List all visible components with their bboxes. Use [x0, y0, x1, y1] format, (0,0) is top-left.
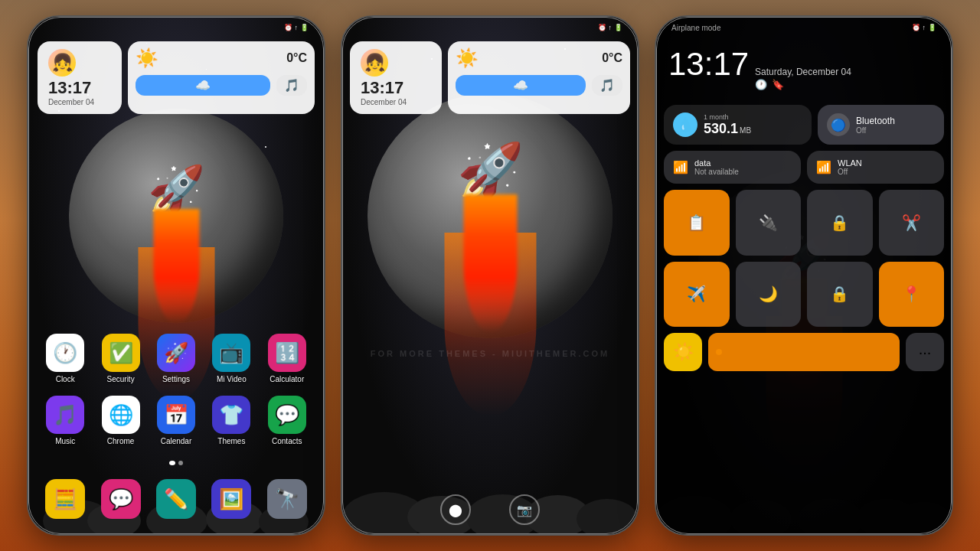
camera-icon: 📷	[517, 503, 532, 517]
contacts-icon: 💬	[268, 396, 306, 434]
phone2-widget-weather[interactable]: ☀️ 0°C ☁️ 🎵	[448, 41, 630, 114]
dock-notes[interactable]: ✏️	[156, 479, 196, 519]
page-indicator	[169, 461, 183, 465]
bluetooth-tile[interactable]: 🔵 Bluetooth Off	[818, 105, 944, 145]
notif-date-display: Saturday, December 04	[755, 67, 851, 77]
themes-icon: 👕	[212, 396, 250, 434]
dock-gallery[interactable]: 🖼️	[211, 479, 251, 519]
toggle-screen-btn[interactable]: 📋	[664, 190, 730, 256]
widget-time: 13:17	[48, 80, 91, 96]
calendar-icon: 📅	[157, 396, 195, 434]
nav-back-btn[interactable]: ⬤	[440, 494, 471, 525]
security-label: Security	[107, 375, 135, 383]
bluetooth-info: Bluetooth Off	[856, 116, 895, 135]
security-icon: ✅	[102, 334, 140, 372]
circle-icon: ⬤	[449, 503, 462, 517]
toggle-airplane-btn[interactable]: ✈️	[664, 262, 730, 328]
weather-bottom: ☁️ 🎵	[136, 75, 307, 96]
brightness-dot	[716, 349, 722, 355]
phone-1: 🚀 ⏰ ↑ 🔋 👧 13:1	[27, 15, 325, 536]
data-value: 530.1	[704, 121, 738, 137]
mobile-data-tile[interactable]: 📶 data Not available	[664, 151, 801, 184]
phone-2: 🚀 ⏰ ↑ 🔋 👧 13:1	[341, 15, 639, 536]
data-unit: MB	[740, 126, 751, 135]
toggle-lock-btn[interactable]: 🔒	[807, 190, 873, 256]
mobile-data-label: data	[694, 158, 739, 168]
phone2-cloud-btn[interactable]: ☁️	[456, 75, 586, 96]
toggle-location-btn[interactable]: 📍	[879, 262, 945, 328]
dock-calculator[interactable]: 🧮	[45, 479, 85, 519]
app-clock[interactable]: 🕐 Clock	[42, 334, 88, 383]
toggle-moon-btn[interactable]: 🌙	[736, 262, 802, 328]
brightness-slider-container[interactable]	[708, 333, 900, 371]
phone3-alarm-icon: ⏰	[912, 24, 920, 31]
phone2-alarm-icon: ⏰	[598, 24, 606, 31]
status-icons: ⏰ ↑ 🔋	[284, 24, 309, 31]
bluetooth-icon: 🔵	[827, 113, 850, 136]
bluetooth-label: Bluetooth	[856, 116, 895, 126]
toggle-row-2: ✈️ 🌙 🔒 📍	[664, 262, 944, 328]
bottom-nav: ⬤ 📷	[440, 494, 540, 525]
phone2-music-icon: 🎵	[599, 78, 615, 93]
wlan-label: WLAN	[838, 158, 862, 168]
app-contacts[interactable]: 💬 Contacts	[264, 396, 310, 445]
dock-messages[interactable]: 💬	[101, 479, 141, 519]
wlan-tile[interactable]: 📶 WLAN Off	[807, 151, 944, 184]
mobile-data-icon: 📶	[673, 160, 688, 174]
widget-weather[interactable]: ☀️ 0°C ☁️ 🎵	[128, 41, 315, 114]
phone2-signal-icon: ↑	[609, 24, 612, 31]
contacts-label: Contacts	[272, 437, 302, 445]
widget-clock[interactable]: 👧 13:17 December 04	[38, 41, 122, 114]
airplane-mode-label: Airplane mode	[671, 24, 720, 32]
brightness-sun-btn[interactable]: ☀️	[664, 333, 702, 371]
phone2-weather-top: ☀️ 0°C	[456, 47, 622, 69]
weather-music-btn[interactable]: 🎵	[276, 75, 307, 96]
status-bar: ⏰ ↑ 🔋	[28, 17, 324, 38]
rocket: 🚀	[148, 162, 205, 324]
calculator-label: Calculator	[270, 375, 304, 383]
chrome-label: Chrome	[107, 437, 135, 445]
app-row-1: 🕐 Clock ✅ Security 🚀 Settings 📺 Mi Video…	[38, 334, 315, 383]
app-settings[interactable]: 🚀 Settings	[153, 334, 199, 383]
phone3-status-icons: ⏰ ↑ 🔋	[912, 24, 937, 31]
toggle-lock2-btn[interactable]: 🔒	[807, 262, 873, 328]
phone2-weather-temp: 0°C	[602, 51, 622, 65]
app-security[interactable]: ✅ Security	[98, 334, 144, 383]
toggle-usb-btn[interactable]: 🔌	[736, 190, 802, 256]
phone2-widget-avatar: 👧	[361, 49, 388, 77]
notif-clock-icon: 🕐	[755, 79, 767, 90]
page-dot-2	[178, 461, 183, 465]
phone2-widget-area: 👧 13:17 December 04 ☀️ 0°C ☁️ 🎵	[350, 41, 630, 114]
app-themes[interactable]: 👕 Themes	[208, 396, 254, 445]
weather-cloud-btn[interactable]: ☁️	[136, 75, 270, 96]
app-chrome[interactable]: 🌐 Chrome	[98, 396, 144, 445]
cloud-icon: ☁️	[195, 78, 211, 93]
nav-camera-btn[interactable]: 📷	[509, 494, 540, 525]
toggle-crop-btn[interactable]: ✂️	[879, 190, 945, 256]
phone2-weather-bottom: ☁️ 🎵	[456, 75, 622, 96]
phone-3: 🚀 Airplane mode ⏰ ↑ 🔋	[655, 15, 953, 536]
settings-icon: 🚀	[157, 334, 195, 372]
app-calendar[interactable]: 📅 Calendar	[153, 396, 199, 445]
weather-top: ☀️ 0°C	[136, 47, 307, 69]
phone2-widget-time: 13:17	[361, 80, 403, 96]
brightness-extra-btn[interactable]: ···	[906, 333, 944, 371]
phone-1-screen: 🚀 ⏰ ↑ 🔋 👧 13:1	[28, 17, 324, 534]
app-mivideo[interactable]: 📺 Mi Video	[208, 334, 254, 383]
phone2-music-btn[interactable]: 🎵	[592, 75, 622, 96]
wlan-status: Off	[838, 168, 862, 176]
app-row-2: 🎵 Music 🌐 Chrome 📅 Calendar 👕 Themes 💬	[38, 396, 315, 445]
phone2-status-icons: ⏰ ↑ 🔋	[598, 24, 623, 31]
battery-icon: 🔋	[300, 24, 309, 31]
phone2-widget-date: December 04	[361, 98, 407, 106]
mivideo-icon: 📺	[212, 334, 250, 372]
app-calculator[interactable]: 🔢 Calculator	[264, 334, 310, 383]
star	[265, 146, 266, 148]
phone2-weather-icon: ☀️	[456, 47, 479, 69]
dock-telescope[interactable]: 🔭	[267, 479, 307, 519]
phone2-widget-clock[interactable]: 👧 13:17 December 04	[350, 41, 442, 114]
phone-3-screen: 🚀 Airplane mode ⏰ ↑ 🔋	[656, 17, 952, 534]
data-usage-tile[interactable]: 💧 1 month 530.1 MB	[664, 105, 812, 145]
app-music[interactable]: 🎵 Music	[42, 396, 88, 445]
bluetooth-status: Off	[856, 126, 895, 135]
